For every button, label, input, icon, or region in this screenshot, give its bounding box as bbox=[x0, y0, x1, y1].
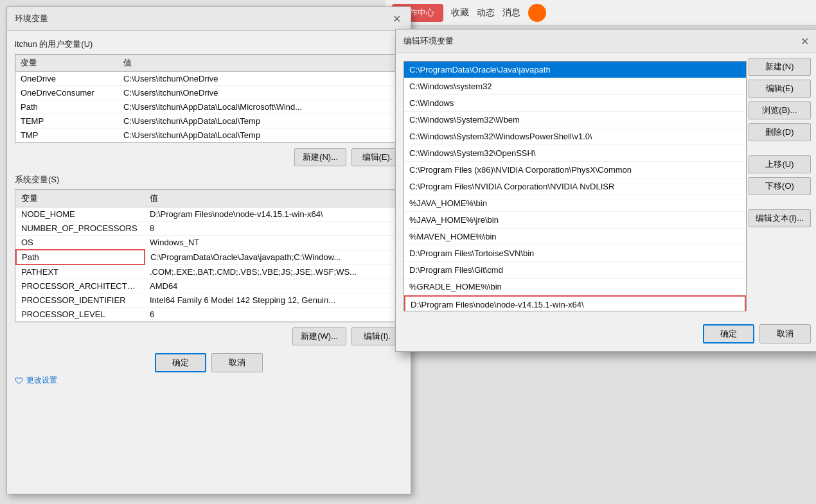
path-list-item[interactable]: C:\Program Files (x86)\NVIDIA Corporatio… bbox=[404, 162, 746, 178]
col-var-header: 变量 bbox=[15, 55, 118, 72]
env-dialog-titlebar: 环境变量 ✕ bbox=[7, 7, 411, 31]
edit-btn-panel: 新建(N) 编辑(E) 浏览(B)... 删除(D) 上移(U) 下移(O) 编… bbox=[749, 58, 811, 227]
sys-var-row[interactable]: NODE_HOMED:\Program Files\node\node-v14.… bbox=[16, 207, 402, 222]
sys-var-row[interactable]: PathC:\ProgramData\Oracle\Java\javapath;… bbox=[16, 250, 402, 265]
edit-down-btn[interactable]: 下移(O) bbox=[749, 177, 811, 195]
path-list-item[interactable]: D:\Program Files\Git\cmd bbox=[404, 262, 746, 279]
edit-dialog-close[interactable]: ✕ bbox=[798, 35, 811, 48]
sys-col-val-header: 值 bbox=[145, 190, 402, 207]
user-var-row[interactable]: PathC:\Users\itchun\AppData\Local\Micros… bbox=[15, 100, 402, 114]
path-list-item[interactable]: C:\ProgramData\Oracle\Java\javapath bbox=[404, 62, 746, 78]
browser-bar: 创作中心 收藏 动态 消息 bbox=[386, 0, 816, 26]
user-var-name: TEMP bbox=[15, 114, 118, 128]
user-section-label: itchun 的用户变量(U) bbox=[15, 39, 403, 50]
user-var-value: C:\Users\itchun\AppData\Local\Temp bbox=[118, 114, 402, 128]
edit-new-btn[interactable]: 新建(N) bbox=[749, 58, 811, 76]
user-var-value: C:\Users\itchun\OneDrive bbox=[118, 72, 402, 86]
edit-delete-btn[interactable]: 删除(D) bbox=[749, 123, 811, 141]
edit-confirm-btn[interactable]: 确定 bbox=[703, 324, 754, 343]
user-var-value: C:\Users\itchun\OneDrive bbox=[118, 86, 402, 100]
path-list-item[interactable]: C:\Windows\system32 bbox=[404, 78, 746, 95]
shield-icon: 🛡 bbox=[15, 376, 24, 386]
user-avatar bbox=[528, 4, 546, 22]
user-var-name: OneDriveConsumer bbox=[15, 86, 118, 100]
edit-browse-btn[interactable]: 浏览(B)... bbox=[749, 101, 811, 119]
user-var-value: C:\Users\itchun\AppData\Local\Temp bbox=[118, 128, 402, 143]
path-list-item[interactable]: D:\Program Files\node\node-v14.15.1-win-… bbox=[404, 295, 746, 311]
sys-var-name: PROCESSOR_ARCHITECTURE bbox=[16, 279, 145, 293]
user-var-value: C:\Users\itchun\AppData\Local\Microsoft\… bbox=[118, 100, 402, 114]
path-list-item[interactable]: D:\Program Files\TortoiseSVN\bin bbox=[404, 245, 746, 262]
edit-env-dialog: 编辑环境变量 ✕ C:\ProgramData\Oracle\Java\java… bbox=[395, 29, 816, 352]
sys-var-row[interactable]: OSWindows_NT bbox=[16, 236, 402, 250]
user-var-row[interactable]: OneDriveConsumerC:\Users\itchun\OneDrive bbox=[15, 86, 402, 100]
sys-var-row[interactable]: PROCESSOR_ARCHITECTUREAMD64 bbox=[16, 279, 402, 293]
nav-favorites[interactable]: 收藏 bbox=[451, 7, 469, 19]
edit-dialog-title: 编辑环境变量 bbox=[404, 35, 454, 47]
sys-var-value: C:\ProgramData\Oracle\Java\javapath;C:\W… bbox=[145, 250, 402, 265]
nav-dynamic[interactable]: 动态 bbox=[477, 7, 495, 19]
user-var-row[interactable]: TMPC:\Users\itchun\AppData\Local\Temp bbox=[15, 128, 402, 143]
col-val-header: 值 bbox=[118, 55, 402, 72]
user-new-btn[interactable]: 新建(N)... bbox=[294, 148, 346, 166]
user-var-name: Path bbox=[15, 100, 118, 114]
user-vars-table-container: 变量 值 OneDriveC:\Users\itchun\OneDriveOne… bbox=[15, 54, 403, 143]
sys-var-name: PROCESSOR_IDENTIFIER bbox=[16, 293, 145, 308]
path-list-item[interactable]: C:\Windows bbox=[404, 95, 746, 112]
env-bottom-btns: 确定 取消 bbox=[15, 353, 403, 372]
env-dialog-body: itchun 的用户变量(U) 变量 值 OneDriveC:\Users\it… bbox=[7, 31, 411, 394]
user-var-name: TMP bbox=[15, 128, 118, 143]
user-var-row[interactable]: TEMPC:\Users\itchun\AppData\Local\Temp bbox=[15, 114, 402, 128]
path-list-item[interactable]: C:\Windows\System32\Wbem bbox=[404, 112, 746, 128]
path-list-item[interactable]: C:\Program Files\NVIDIA Corporation\NVID… bbox=[404, 178, 746, 195]
sys-var-row[interactable]: PROCESSOR_LEVEL6 bbox=[16, 308, 402, 322]
sys-var-row[interactable]: PROCESSOR_IDENTIFIERIntel64 Family 6 Mod… bbox=[16, 293, 402, 308]
sys-var-name: NUMBER_OF_PROCESSORS bbox=[16, 222, 145, 236]
security-link-text: 更改设置 bbox=[26, 375, 57, 386]
sys-btn-row: 新建(W)... 编辑(I). bbox=[15, 327, 403, 345]
sys-var-name: PATHEXT bbox=[16, 265, 145, 279]
user-var-row[interactable]: OneDriveC:\Users\itchun\OneDrive bbox=[15, 72, 402, 86]
path-list-item[interactable]: C:\Windows\System32\OpenSSH\ bbox=[404, 145, 746, 162]
user-vars-table: 变量 值 OneDriveC:\Users\itchun\OneDriveOne… bbox=[15, 55, 402, 143]
sys-var-row[interactable]: NUMBER_OF_PROCESSORS8 bbox=[16, 222, 402, 236]
edit-cancel-btn[interactable]: 取消 bbox=[759, 324, 811, 343]
sys-var-value: AMD64 bbox=[145, 279, 402, 293]
path-list-item[interactable]: %JAVA_HOME%\bin bbox=[404, 195, 746, 212]
path-list-item[interactable]: C:\Windows\System32\WindowsPowerShell\v1… bbox=[404, 128, 746, 145]
security-link[interactable]: 🛡 更改设置 bbox=[15, 375, 403, 386]
env-variables-dialog: 环境变量 ✕ itchun 的用户变量(U) 变量 值 OneDriveC:\U… bbox=[6, 6, 411, 494]
edit-up-btn[interactable]: 上移(U) bbox=[749, 155, 811, 173]
sys-var-value: 8 bbox=[145, 222, 402, 236]
sys-var-name: Path bbox=[16, 250, 145, 265]
nav-message[interactable]: 消息 bbox=[502, 7, 520, 19]
sys-var-name: OS bbox=[16, 236, 145, 250]
path-list-container[interactable]: C:\ProgramData\Oracle\Java\javapathC:\Wi… bbox=[404, 61, 747, 311]
sys-vars-table-container: 变量 值 NODE_HOMED:\Program Files\node\node… bbox=[15, 189, 403, 322]
edit-dialog-titlebar: 编辑环境变量 ✕ bbox=[396, 30, 816, 53]
path-list-item[interactable]: %MAVEN_HOME%\bin bbox=[404, 229, 746, 245]
sys-var-value: Windows_NT bbox=[145, 236, 402, 250]
sys-col-var-header: 变量 bbox=[16, 190, 145, 207]
sys-var-name: PROCESSOR_LEVEL bbox=[16, 308, 145, 322]
path-list-item[interactable]: %GRADLE_HOME%\bin bbox=[404, 279, 746, 295]
path-list-item[interactable]: %JAVA_HOME%\jre\bin bbox=[404, 212, 746, 229]
edit-bottom-btns: 确定 取消 bbox=[396, 319, 816, 351]
sys-var-value: 6 bbox=[145, 308, 402, 322]
user-var-name: OneDrive bbox=[15, 72, 118, 86]
sys-section-label: 系统变量(S) bbox=[15, 174, 403, 186]
env-confirm-btn[interactable]: 确定 bbox=[155, 353, 206, 372]
env-dialog-title: 环境变量 bbox=[15, 13, 48, 24]
sys-var-value: .COM;.EXE;.BAT;.CMD;.VBS;.VBE;JS;.JSE;.W… bbox=[145, 265, 402, 279]
sys-var-value: Intel64 Family 6 Model 142 Stepping 12, … bbox=[145, 293, 402, 308]
edit-edit-btn[interactable]: 编辑(E) bbox=[749, 80, 811, 98]
sys-var-value: D:\Program Files\node\node-v14.15.1-win-… bbox=[145, 207, 402, 222]
env-dialog-close[interactable]: ✕ bbox=[390, 12, 403, 25]
sys-new-btn[interactable]: 新建(W)... bbox=[292, 327, 346, 345]
edit-text-btn[interactable]: 编辑文本(I)... bbox=[749, 209, 811, 227]
sys-var-name: NODE_HOME bbox=[16, 207, 145, 222]
user-btn-row: 新建(N)... 编辑(E). bbox=[15, 148, 403, 166]
env-cancel-btn[interactable]: 取消 bbox=[211, 353, 263, 372]
sys-vars-table: 变量 值 NODE_HOMED:\Program Files\node\node… bbox=[15, 190, 402, 322]
sys-var-row[interactable]: PATHEXT.COM;.EXE;.BAT;.CMD;.VBS;.VBE;JS;… bbox=[16, 265, 402, 279]
